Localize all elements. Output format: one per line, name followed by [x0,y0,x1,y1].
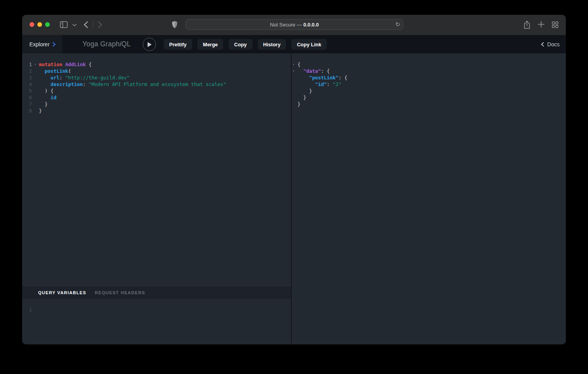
code-line: "id": "2" [292,81,566,88]
code-text: "data": { [298,68,330,74]
tab-overview-icon[interactable] [552,21,558,28]
code-text: } [39,101,48,107]
play-icon [147,42,152,47]
graphiql-toolbar: Explorer Yoga GraphiQL PrettifyMergeCopy… [22,35,566,53]
fold-arrow-icon[interactable]: ▾ [292,68,298,74]
response-viewer[interactable]: ▾{▾ "data": { "postLink": { "id": "2" } … [292,53,566,344]
browser-chrome: Not Secure — 0.0.0.0 ↻ [22,15,566,35]
code-text: id [39,94,56,101]
fold-gutter [32,81,39,88]
code-line: } [292,94,566,101]
toolbar-button-merge[interactable]: Merge [198,39,223,49]
code-text: description: "Modern API Platform and ec… [39,81,226,88]
toolbar-button-copy[interactable]: Copy [229,39,252,49]
share-icon[interactable] [523,21,530,29]
code-line: "postLink": { [292,74,566,81]
code-text: url: "http://the-guild.dev" [39,74,130,81]
query-editor-lines: 1▾mutation AddLink {2 postLink(3 url: "h… [22,61,291,114]
response-lines: ▾{▾ "data": { "postLink": { "id": "2" } … [292,61,566,107]
chevron-left-icon [541,42,544,47]
code-text: "id": "2" [298,81,341,88]
line-number: 1 [22,61,32,68]
code-line: } [292,101,566,107]
code-text: mutation AddLink { [39,61,92,68]
toolbar-button-copy-link[interactable]: Copy Link [291,39,327,49]
variables-line-number: 1 [22,306,32,313]
toolbar-buttons: PrettifyMergeCopyHistoryCopy Link [164,39,327,49]
left-pane: 1▾mutation AddLink {2 postLink(3 url: "h… [22,53,291,344]
code-line: 7 } [22,101,291,107]
fold-gutter [292,88,298,94]
sidebar-toggle-icon[interactable] [60,21,68,28]
main-area: 1▾mutation AddLink {2 postLink(3 url: "h… [22,53,566,344]
code-line: 4 description: "Modern API Platform and … [22,81,291,88]
code-text: } [298,94,306,101]
code-line: 5 ) { [22,88,291,94]
code-line: 8} [22,107,291,114]
fold-arrow-icon[interactable]: ▾ [32,61,39,68]
browser-window: Not Secure — 0.0.0.0 ↻ [22,15,566,344]
fold-gutter [292,94,298,101]
tab-query-variables[interactable]: QUERY VARIABLES [38,290,86,295]
app-title: Yoga GraphiQL [82,35,131,53]
fold-gutter [32,88,39,94]
query-editor[interactable]: 1▾mutation AddLink {2 postLink(3 url: "h… [22,53,291,287]
address-bar[interactable]: Not Secure — 0.0.0.0 ↻ [186,19,403,30]
code-line: } [292,88,566,94]
close-window-button[interactable] [30,22,34,27]
code-text: } [39,107,42,114]
toolbar-button-prettify[interactable]: Prettify [164,39,192,49]
code-line: 1▾mutation AddLink { [22,61,291,68]
line-number: 4 [22,81,32,88]
chevron-right-icon [52,42,56,47]
line-number: 6 [22,94,32,101]
fold-gutter [32,68,39,74]
explorer-toggle[interactable]: Explorer [22,35,63,53]
code-line: 2 postLink( [22,68,291,74]
zoom-window-button[interactable] [45,22,50,27]
chrome-separator [93,21,93,29]
chevron-down-icon[interactable] [72,24,77,26]
line-number: 8 [22,107,32,114]
fold-gutter [32,107,39,114]
privacy-shield-icon[interactable] [172,21,178,29]
variables-tab-bar: QUERY VARIABLES REQUEST HEADERS [22,287,291,298]
line-number: 3 [22,74,32,81]
line-number: 5 [22,88,32,94]
variables-editor[interactable]: 1 [22,298,291,344]
line-number: 7 [22,101,32,107]
code-text: postLink( [39,68,71,74]
url-security-label: Not Secure — [270,22,302,28]
code-text: } [298,101,301,107]
reload-icon[interactable]: ↻ [395,19,400,30]
fold-gutter [292,74,298,81]
minimize-window-button[interactable] [37,22,42,27]
code-text: { [298,61,301,68]
toolbar-button-history[interactable]: History [258,39,286,49]
code-line: 3 url: "http://the-guild.dev" [22,74,291,81]
line-number: 2 [22,68,32,74]
code-line: ▾{ [292,61,566,68]
url-host: 0.0.0.0 [303,22,319,28]
docs-toggle[interactable]: Docs [541,35,560,53]
docs-label: Docs [547,41,560,47]
code-text: ) { [39,88,54,94]
fold-gutter [292,81,298,88]
explorer-label: Explorer [29,41,49,47]
code-line: ▾ "data": { [292,68,566,74]
fold-gutter [292,101,298,107]
code-text: } [298,88,312,94]
forward-icon[interactable] [98,21,102,28]
fold-gutter [32,74,39,81]
code-line: 6 id [22,94,291,101]
fold-gutter [32,101,39,107]
fold-gutter [32,94,39,101]
code-text: "postLink": { [298,74,347,81]
tab-request-headers[interactable]: REQUEST HEADERS [95,290,145,295]
back-icon[interactable] [84,21,88,28]
new-tab-icon[interactable] [538,21,544,28]
execute-query-button[interactable] [143,38,156,51]
fold-arrow-icon[interactable]: ▾ [292,61,298,68]
